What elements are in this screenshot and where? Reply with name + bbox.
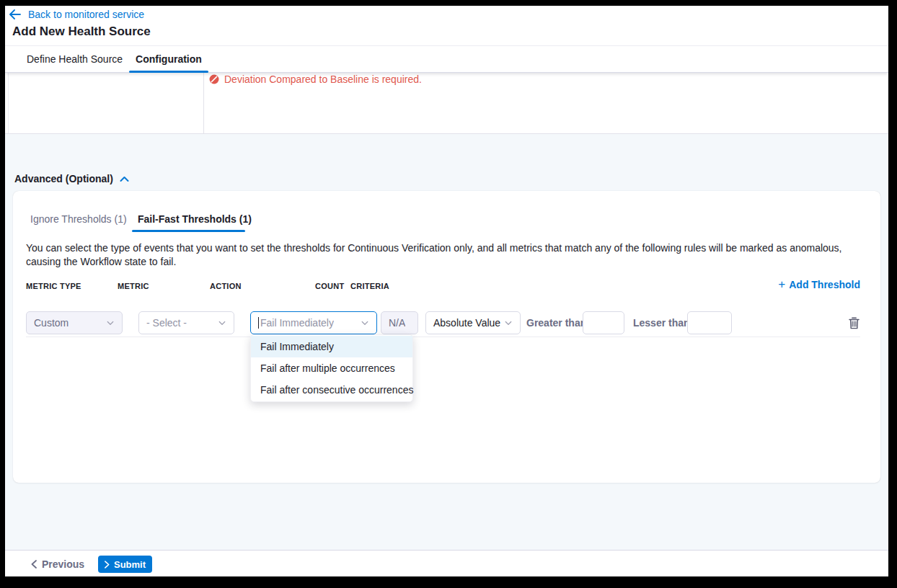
chevron-down-icon <box>361 318 369 327</box>
option-fail-after-multiple[interactable]: Fail after multiple occurrences <box>251 357 412 379</box>
metric-form-strip: Deviation Compared to Baseline is requir… <box>5 73 888 134</box>
chevron-down-icon <box>504 318 513 327</box>
action-value: Fail Immediately <box>258 317 334 329</box>
dialog-footer: Previous Submit <box>5 550 888 576</box>
back-to-monitored-service-link[interactable]: Back to monitored service <box>9 9 144 20</box>
threshold-row: Custom - Select - Fail Immediately <box>13 311 880 334</box>
count-value: N/A <box>389 317 405 329</box>
tab-fail-fast-thresholds[interactable]: Fail-Fast Thresholds (1) <box>138 213 252 225</box>
action-dropdown-menu: Fail Immediately Fail after multiple occ… <box>250 334 413 402</box>
advanced-section-label: Advanced (Optional) <box>14 173 113 184</box>
action-select[interactable]: Fail Immediately <box>250 311 377 334</box>
column-header-action: ACTION <box>210 282 242 290</box>
chevron-up-icon <box>120 176 129 182</box>
column-header-criteria: CRITERIA <box>350 282 389 290</box>
plus-icon: + <box>778 280 785 290</box>
lesser-than-input[interactable] <box>695 317 724 329</box>
error-message: Deviation Compared to Baseline is requir… <box>224 74 422 85</box>
text-caret <box>258 317 259 329</box>
greater-than-label: Greater than <box>526 311 586 334</box>
dialog-header: Back to monitored service Add New Health… <box>5 6 888 73</box>
metric-value: - Select - <box>146 317 187 329</box>
option-fail-immediately[interactable]: Fail Immediately <box>251 336 412 357</box>
back-link-label: Back to monitored service <box>28 9 144 20</box>
tab-configuration[interactable]: Configuration <box>129 46 208 72</box>
previous-button[interactable]: Previous <box>31 556 84 572</box>
validation-error: Deviation Compared to Baseline is requir… <box>209 74 422 85</box>
chevron-left-icon <box>31 560 37 569</box>
column-header-metric: METRIC <box>118 282 149 290</box>
trash-icon <box>849 317 860 329</box>
add-health-source-dialog: Back to monitored service Add New Health… <box>5 6 888 576</box>
previous-label: Previous <box>42 558 84 570</box>
configuration-content: Deviation Compared to Baseline is requir… <box>5 73 888 550</box>
tab-ignore-thresholds[interactable]: Ignore Thresholds (1) <box>30 213 127 225</box>
lesser-than-input-wrap <box>687 311 732 334</box>
advanced-section-toggle[interactable]: Advanced (Optional) <box>14 173 129 184</box>
submit-button[interactable]: Submit <box>98 556 152 573</box>
thresholds-description: You can select the type of events that y… <box>26 241 870 268</box>
option-fail-after-consecutive[interactable]: Fail after consecutive occurrences <box>251 379 412 401</box>
arrow-left-icon <box>9 9 21 19</box>
screenshot-frame: Back to monitored service Add New Health… <box>0 0 897 588</box>
metric-select[interactable]: - Select - <box>138 311 234 334</box>
page-title: Add New Health Source <box>12 24 151 39</box>
greater-than-input-wrap <box>583 311 624 334</box>
active-tab-underline <box>132 230 245 232</box>
tab-define-health-source[interactable]: Define Health Source <box>20 46 129 72</box>
count-input[interactable]: N/A <box>381 311 418 334</box>
column-header-metric-type: METRIC TYPE <box>26 282 81 290</box>
metric-type-value: Custom <box>34 317 69 329</box>
chevron-down-icon <box>106 318 115 327</box>
column-header-count: COUNT <box>315 282 344 290</box>
delete-threshold-button[interactable] <box>844 311 864 334</box>
lesser-than-label: Lesser than <box>633 311 690 334</box>
add-threshold-button[interactable]: + Add Threshold <box>778 279 860 290</box>
metric-type-select[interactable]: Custom <box>26 311 123 334</box>
panel-left-border <box>8 73 9 133</box>
greater-than-input[interactable] <box>591 317 617 329</box>
wizard-tabstrip: Define Health Source Configuration <box>5 45 888 73</box>
add-threshold-label: Add Threshold <box>789 279 860 290</box>
thresholds-card: Ignore Thresholds (1) Fail-Fast Threshol… <box>13 191 880 483</box>
row-separator <box>26 337 860 337</box>
submit-label: Submit <box>114 559 146 570</box>
panel-divider <box>203 73 204 133</box>
criteria-select[interactable]: Absolute Value <box>425 311 521 334</box>
criteria-value: Absolute Value <box>433 317 500 329</box>
error-icon <box>209 74 219 84</box>
chevron-right-icon <box>105 561 110 569</box>
chevron-down-icon <box>218 318 226 327</box>
